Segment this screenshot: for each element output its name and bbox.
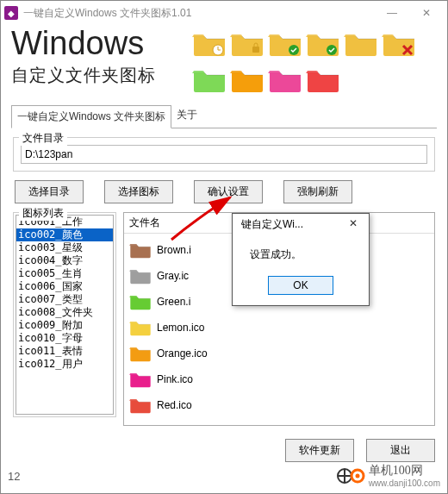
file-name: Red.ico [157, 399, 192, 411]
header-folder-icon [268, 28, 302, 58]
exit-button[interactable]: 退出 [366, 439, 435, 462]
header-folder-icon [230, 65, 264, 94]
svg-point-8 [355, 473, 359, 478]
header-folder-icon [344, 28, 378, 58]
watermark-logo-icon [336, 466, 365, 485]
button-row: 选择目录 选择图标 确认设置 强制刷新 [13, 177, 435, 212]
dir-fieldset: 文件目录 [13, 137, 435, 172]
folder-icon [129, 344, 152, 363]
messagebox: 键自定义Wi... ✕ 设置成功。 OK [232, 213, 370, 306]
folder-icon [129, 292, 152, 311]
messagebox-ok-button[interactable]: OK [268, 276, 333, 295]
titlebar: ◆ 一键自定义Windows 文件夹图标1.01 — ✕ [1, 1, 447, 25]
messagebox-title: 键自定义Wi... [241, 217, 343, 232]
iconlist-item[interactable]: ico009_附加 [16, 319, 113, 332]
watermark-url: www.danji100.com [369, 478, 440, 488]
watermark: 单机100网 www.danji100.com [336, 463, 440, 488]
svg-rect-1 [252, 47, 259, 53]
header-folder-icon [268, 65, 302, 94]
footer-buttons: 软件更新 退出 [285, 439, 435, 462]
iconlist-item[interactable]: ico005_生肖 [16, 267, 113, 280]
header-title-cn: 自定义文件夹图标 [11, 64, 192, 87]
messagebox-message: 设置成功。 [233, 234, 369, 269]
file-name: Lemon.ico [157, 322, 204, 334]
main-panel: 文件目录 选择目录 选择图标 确认设置 强制刷新 图标列表 ico001_工作i… [1, 128, 447, 435]
dir-input[interactable] [21, 145, 427, 164]
folder-icon [129, 318, 152, 337]
app-icon: ◆ [4, 6, 18, 20]
header-folder-icon [306, 28, 340, 58]
file-row[interactable]: Pink.ico [124, 366, 434, 392]
close-button[interactable]: ✕ [409, 3, 444, 23]
header-icon-grid [192, 25, 437, 94]
file-name: Pink.ico [157, 373, 193, 385]
iconlist-item[interactable]: ico011_表情 [16, 345, 113, 358]
iconlist-item[interactable]: ico004_数字 [16, 254, 113, 267]
file-row[interactable]: Orange.ico [124, 341, 434, 366]
window-title: 一键自定义Windows 文件夹图标1.01 [23, 6, 375, 21]
header: Windows 自定义文件夹图标 [1, 25, 447, 101]
minimize-button[interactable]: — [375, 3, 409, 23]
iconlist-item[interactable]: ico008_文件夹 [16, 306, 113, 319]
file-row[interactable]: Lemon.ico [124, 315, 434, 341]
header-folder-icon [306, 65, 340, 94]
list-area: 图标列表 ico001_工作ico002_颜色ico003_星级ico004_数… [13, 212, 435, 426]
file-name: Orange.ico [157, 347, 208, 360]
tab-main[interactable]: 一键自定义Windows 文件夹图标 [11, 105, 171, 128]
choose-dir-button[interactable]: 选择目录 [15, 180, 84, 203]
folder-icon [129, 241, 152, 260]
update-button[interactable]: 软件更新 [285, 439, 354, 462]
iconlist-item[interactable]: ico010_字母 [16, 332, 113, 345]
file-row[interactable]: Red.ico [124, 392, 434, 418]
confirm-button[interactable]: 确认设置 [194, 180, 263, 203]
iconlist-item[interactable]: ico012_用户 [16, 358, 113, 371]
choose-icon-button[interactable]: 选择图标 [104, 180, 173, 203]
iconlist-legend: 图标列表 [19, 206, 67, 221]
file-name: Brown.i [157, 244, 191, 256]
header-folder-icon [382, 28, 416, 58]
folder-icon [129, 396, 152, 415]
file-name: Green.i [157, 296, 190, 308]
header-folder-icon [192, 65, 227, 94]
folder-icon [129, 370, 152, 389]
file-name: Gray.ic [157, 270, 189, 282]
tab-bar: 一键自定义Windows 文件夹图标关于 [11, 104, 437, 128]
dir-legend: 文件目录 [19, 131, 67, 146]
iconlist-item[interactable]: ico007_类型 [16, 293, 113, 306]
refresh-button[interactable]: 强制刷新 [283, 180, 352, 203]
header-title-en: Windows [11, 25, 192, 62]
page-number: 12 [8, 470, 20, 483]
iconlist-item[interactable]: ico006_国家 [16, 280, 113, 293]
header-folder-icon [230, 28, 264, 58]
watermark-text: 单机100网 [369, 463, 440, 478]
iconlist-fieldset: 图标列表 ico001_工作ico002_颜色ico003_星级ico004_数… [13, 212, 116, 417]
tab-about[interactable]: 关于 [171, 104, 202, 128]
header-folder-icon [192, 28, 227, 58]
messagebox-close-button[interactable]: ✕ [343, 217, 364, 232]
icon-listbox[interactable]: ico001_工作ico002_颜色ico003_星级ico004_数字ico0… [16, 215, 114, 415]
iconlist-item[interactable]: ico003_星级 [16, 241, 113, 254]
iconlist-item[interactable]: ico002_颜色 [16, 228, 113, 241]
folder-icon [129, 266, 152, 285]
